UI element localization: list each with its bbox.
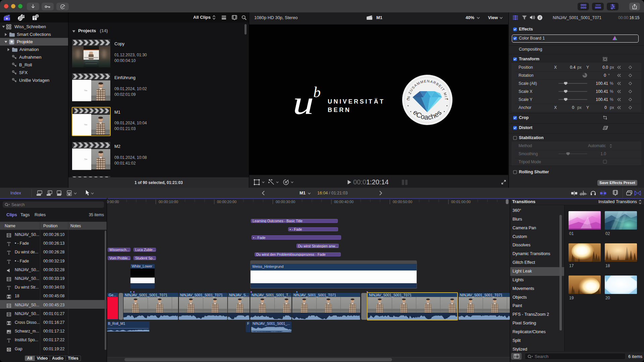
svg-text:2: 2 xyxy=(8,348,10,351)
